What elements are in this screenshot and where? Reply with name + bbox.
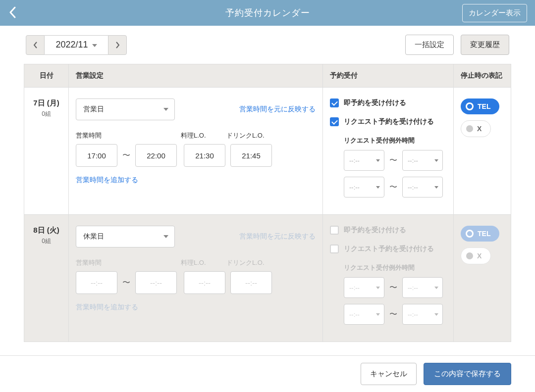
- req-ex-to-select[interactable]: --:--: [402, 177, 443, 197]
- reflect-hours-link[interactable]: 営業時間を元に反映する: [239, 232, 316, 241]
- open-from-input[interactable]: 17:00: [76, 144, 117, 167]
- dish-lo-label: 料理L.O.: [181, 131, 220, 140]
- header-bar: 予約受付カレンダー カレンダー表示: [0, 0, 535, 26]
- tilde: 〜: [122, 278, 130, 288]
- month-selector[interactable]: 2022/11: [45, 35, 108, 55]
- accept-cell: 即予約を受け付ける リクエスト予約を受け付ける リクエスト受付例外時間 --:-…: [323, 215, 454, 342]
- stop-pill-x[interactable]: X: [461, 120, 491, 137]
- drink-lo-label: ドリンクL.O.: [226, 258, 266, 267]
- business-status-value: 営業日: [83, 105, 104, 114]
- page-title: 予約受付カレンダー: [225, 7, 310, 19]
- date-main: 7日 (月): [31, 98, 61, 108]
- month-label: 2022/11: [55, 40, 88, 50]
- request-booking-checkbox: リクエスト予約を受け付ける: [330, 245, 446, 253]
- req-ex-from-select: --:--: [344, 277, 384, 298]
- bulk-settings-button[interactable]: 一括設定: [405, 35, 454, 55]
- chevron-left-icon: [33, 42, 38, 49]
- open-from-input: --:--: [76, 271, 117, 294]
- calendar-table: 日付 営業設定 予約受付 停止時の表記 7日 (月) 0組 営業日 営業時間を元…: [24, 64, 511, 342]
- caret-down-icon: [434, 186, 438, 189]
- caret-down-icon: [376, 159, 380, 162]
- business-status-value: 休業日: [83, 232, 104, 241]
- col-accept-header: 予約受付: [323, 64, 454, 87]
- chevron-left-icon: [9, 6, 16, 18]
- pill-label: TEL: [478, 230, 490, 238]
- caret-down-icon: [434, 313, 438, 316]
- date-cell: 7日 (月) 0組: [24, 88, 69, 214]
- date-cell: 8日 (火) 0組: [24, 215, 69, 342]
- date-main: 8日 (火): [31, 226, 61, 235]
- calendar-view-button[interactable]: カレンダー表示: [462, 4, 527, 22]
- dish-lo-label: 料理L.O.: [181, 258, 220, 267]
- req-ex-to-select: --:--: [402, 304, 443, 325]
- request-booking-label: リクエスト予約を受け付ける: [344, 245, 434, 253]
- table-row: 7日 (月) 0組 営業日 営業時間を元に反映する 営業時間 料理L.O. ドリ…: [24, 87, 511, 214]
- request-exception-label: リクエスト受付例外時間: [344, 136, 446, 145]
- col-stop-header: 停止時の表記: [454, 64, 511, 87]
- stop-cell: TEL X: [454, 215, 511, 342]
- req-ex-to-select: --:--: [402, 277, 443, 298]
- accept-cell: 即予約を受け付ける リクエスト予約を受け付ける リクエスト受付例外時間 --:-…: [323, 88, 454, 214]
- caret-down-icon: [92, 44, 97, 47]
- dish-lo-input[interactable]: 21:30: [184, 144, 225, 167]
- req-ex-from-select: --:--: [344, 304, 384, 325]
- drink-lo-label: ドリンクL.O.: [226, 131, 266, 140]
- request-exception-label: リクエスト受付例外時間: [344, 263, 446, 272]
- pill-label: X: [477, 125, 482, 133]
- caret-down-icon: [163, 108, 168, 111]
- open-to-input[interactable]: 22:00: [135, 144, 177, 167]
- back-button[interactable]: [9, 6, 16, 20]
- checkbox-icon: [330, 226, 339, 235]
- caret-down-icon: [376, 186, 380, 189]
- date-sub: 0組: [31, 237, 61, 245]
- stop-cell: TEL X: [454, 88, 511, 214]
- req-ex-from-select[interactable]: --:--: [344, 177, 384, 197]
- radio-icon: [466, 125, 473, 132]
- caret-down-icon: [434, 159, 438, 162]
- month-navigator: 2022/11: [26, 35, 127, 55]
- instant-booking-checkbox[interactable]: 即予約を受け付ける: [330, 98, 446, 107]
- instant-booking-label: 即予約を受け付ける: [344, 226, 406, 235]
- next-month-button[interactable]: [108, 35, 127, 55]
- caret-down-icon: [434, 287, 438, 289]
- caret-down-icon: [376, 287, 380, 289]
- business-status-select[interactable]: 営業日: [76, 98, 175, 120]
- stop-pill-x: X: [461, 247, 491, 264]
- checkbox-icon: [330, 245, 339, 253]
- pill-label: TEL: [478, 102, 490, 110]
- stop-pill-tel: TEL: [461, 226, 499, 242]
- table-row: 8日 (火) 0組 休業日 営業時間を元に反映する 営業時間 料理L.O. ドリ…: [24, 214, 511, 342]
- request-booking-checkbox[interactable]: リクエスト予約を受け付ける: [330, 117, 446, 126]
- add-hours-link[interactable]: 営業時間を追加する: [76, 176, 138, 184]
- request-booking-label: リクエスト予約を受け付ける: [344, 117, 434, 126]
- req-ex-to-select[interactable]: --:--: [402, 150, 443, 171]
- drink-lo-input[interactable]: 21:45: [230, 144, 272, 167]
- business-cell: 営業日 営業時間を元に反映する 営業時間 料理L.O. ドリンクL.O. 17:…: [69, 88, 323, 214]
- caret-down-icon: [163, 235, 168, 238]
- chevron-right-icon: [115, 42, 120, 49]
- caret-down-icon: [376, 313, 380, 316]
- date-sub: 0組: [31, 110, 61, 118]
- open-hours-label: 営業時間: [76, 258, 173, 267]
- change-history-button[interactable]: 変更履歴: [461, 35, 509, 55]
- business-cell: 休業日 営業時間を元に反映する 営業時間 料理L.O. ドリンクL.O. --:…: [69, 215, 323, 342]
- table-header: 日付 営業設定 予約受付 停止時の表記: [24, 64, 511, 87]
- instant-booking-checkbox: 即予約を受け付ける: [330, 226, 446, 235]
- tilde: 〜: [122, 150, 130, 161]
- business-status-select[interactable]: 休業日: [76, 226, 175, 247]
- instant-booking-label: 即予約を受け付ける: [344, 98, 406, 107]
- checkbox-icon: [330, 98, 339, 107]
- open-hours-label: 営業時間: [76, 131, 173, 140]
- reflect-hours-link[interactable]: 営業時間を元に反映する: [239, 105, 316, 114]
- pill-label: X: [477, 252, 482, 260]
- col-date-header: 日付: [24, 64, 69, 87]
- toolbar: 2022/11 一括設定 変更履歴: [0, 26, 535, 64]
- req-ex-from-select[interactable]: --:--: [344, 150, 384, 171]
- prev-month-button[interactable]: [26, 35, 45, 55]
- dish-lo-input: --:--: [184, 271, 225, 294]
- radio-icon: [466, 252, 473, 259]
- open-to-input: --:--: [135, 271, 177, 294]
- stop-pill-tel[interactable]: TEL: [461, 98, 499, 114]
- radio-icon: [466, 230, 474, 238]
- add-hours-link: 営業時間を追加する: [76, 303, 138, 311]
